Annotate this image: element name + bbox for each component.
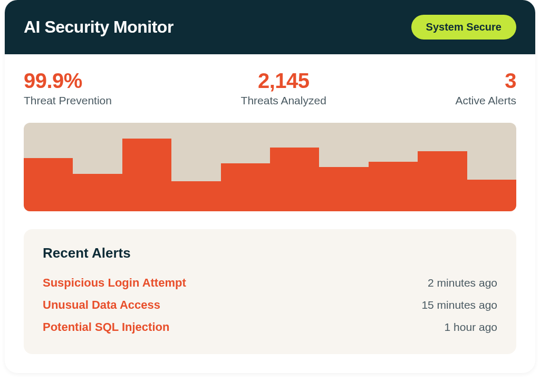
metric-label: Active Alerts — [455, 94, 516, 107]
chart-bar — [73, 174, 122, 211]
chart-bar — [221, 163, 270, 211]
card-header: AI Security Monitor System Secure — [5, 0, 535, 54]
alert-row[interactable]: Unusual Data Access15 minutes ago — [43, 294, 497, 316]
alert-time: 1 hour ago — [445, 321, 497, 334]
metric-value: 99.9% — [24, 69, 82, 92]
metrics-row: 99.9% Threat Prevention 2,145 Threats An… — [24, 69, 516, 107]
metric-threat-prevention: 99.9% Threat Prevention — [24, 69, 112, 107]
chart-bar — [122, 139, 171, 211]
alert-name: Suspicious Login Attempt — [43, 276, 186, 290]
threat-activity-chart — [24, 123, 516, 211]
security-monitor-card: AI Security Monitor System Secure 99.9% … — [5, 0, 535, 373]
metric-active-alerts: 3 Active Alerts — [455, 69, 516, 107]
chart-bar — [171, 181, 220, 211]
alert-row[interactable]: Potential SQL Injection1 hour ago — [43, 316, 497, 338]
metric-threats-analyzed: 2,145 Threats Analyzed — [241, 69, 326, 107]
alert-row[interactable]: Suspicious Login Attempt2 minutes ago — [43, 272, 497, 294]
alert-time: 15 minutes ago — [421, 299, 497, 311]
card-body: 99.9% Threat Prevention 2,145 Threats An… — [5, 54, 535, 373]
chart-bar — [369, 162, 418, 211]
alerts-title: Recent Alerts — [43, 245, 497, 261]
chart-bar — [24, 158, 73, 211]
chart-bar — [418, 151, 467, 211]
chart-bar — [467, 180, 516, 211]
page-title: AI Security Monitor — [24, 17, 173, 37]
alerts-list: Suspicious Login Attempt2 minutes agoUnu… — [43, 272, 497, 338]
recent-alerts-panel: Recent Alerts Suspicious Login Attempt2 … — [24, 229, 516, 354]
chart-bar — [319, 167, 368, 211]
metric-value: 2,145 — [258, 69, 310, 92]
metric-value: 3 — [505, 69, 516, 92]
chart-bar — [270, 148, 319, 211]
alert-time: 2 minutes ago — [428, 277, 497, 289]
metric-label: Threats Analyzed — [241, 94, 326, 107]
alert-name: Unusual Data Access — [43, 298, 160, 312]
metric-label: Threat Prevention — [24, 94, 112, 107]
status-badge: System Secure — [411, 15, 516, 40]
alert-name: Potential SQL Injection — [43, 320, 169, 334]
